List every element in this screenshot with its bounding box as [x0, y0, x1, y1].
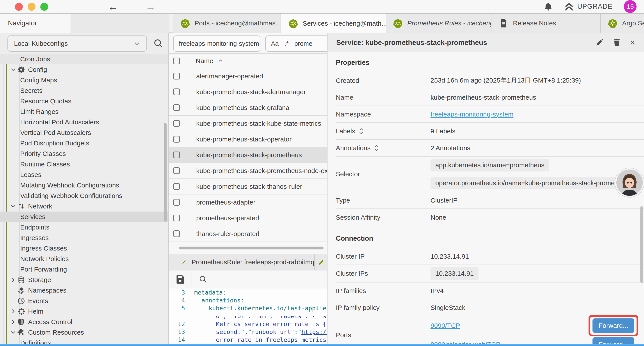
sidebar-item-leases[interactable]: Leases: [0, 169, 168, 180]
sidebar-item-runtime-classes[interactable]: Runtime Classes: [0, 159, 168, 169]
sidebar-item-definitions[interactable]: Definitions: [0, 338, 168, 344]
row-checkbox[interactable]: [173, 136, 180, 143]
sort-toggle-icon[interactable]: [358, 127, 364, 135]
minimize-window-button[interactable]: [28, 3, 36, 11]
editor-tab-prometheusrule[interactable]: PrometheusRule: freeleaps-prod-rabbitmq: [169, 254, 315, 270]
regex-toggle[interactable]: .*: [284, 40, 288, 47]
table-row-2[interactable]: kube-prometheus-stack-grafana: [169, 100, 327, 115]
chevron-down-icon[interactable]: [10, 329, 18, 336]
notification-count-badge[interactable]: 15: [624, 0, 636, 13]
table-row-0[interactable]: alertmanager-operated: [169, 68, 327, 84]
row-checkbox[interactable]: [173, 152, 180, 158]
editor-tab-partial[interactable]: [315, 254, 327, 270]
select-all-checkbox[interactable]: [173, 58, 180, 64]
table-row-8[interactable]: prometheus-adapter: [169, 194, 327, 210]
filter-value[interactable]: prome: [294, 40, 312, 47]
table-row-7[interactable]: kube-prometheus-stack-thanos-ruler: [169, 178, 327, 194]
row-checkbox[interactable]: [173, 199, 180, 206]
sidebar-item-priority-classes[interactable]: Priority Classes: [0, 148, 168, 159]
sidebar-item-secrets[interactable]: Secrets: [0, 85, 168, 96]
port-link[interactable]: 8080:reloader-web/TCP: [430, 341, 500, 344]
row-checkbox[interactable]: [173, 73, 180, 79]
sidebar-item-validating-webhook-configurations[interactable]: Validating Webhook Configurations: [0, 191, 168, 201]
chevron-right-icon[interactable]: [10, 277, 18, 283]
row-checkbox[interactable]: [173, 167, 180, 174]
chevron-right-icon[interactable]: [10, 308, 18, 315]
sidebar-item-config-maps[interactable]: Config Maps: [0, 75, 168, 85]
table-row-4[interactable]: kube-prometheus-stack-operator: [169, 131, 327, 147]
upgrade-button[interactable]: UPGRADE: [564, 2, 612, 11]
close-panel-icon[interactable]: ×: [630, 38, 635, 46]
back-icon[interactable]: ←: [108, 1, 118, 13]
sidebar-search-icon[interactable]: [153, 38, 164, 49]
document-tab-0[interactable]: Pods - icecheng@mathmas...: [173, 13, 281, 33]
sidebar-item-port-forwarding[interactable]: Port Forwarding: [0, 264, 168, 275]
sidebar-item-vertical-pod-autoscalers[interactable]: Vertical Pod Autoscalers: [0, 127, 168, 138]
table-row-3[interactable]: kube-prometheus-stack-kube-state-metrics: [169, 115, 327, 131]
delete-icon[interactable]: [613, 38, 620, 47]
user-avatar[interactable]: [615, 168, 644, 197]
sidebar-item-resource-quotas[interactable]: Resource Quotas: [0, 96, 168, 106]
row-checkbox[interactable]: [173, 215, 180, 221]
sidebar-item-cron-jobs[interactable]: Cron Jobs: [0, 54, 168, 64]
sidebar-item-limit-ranges[interactable]: Limit Ranges: [0, 106, 168, 117]
sidebar-item-services[interactable]: Services: [0, 212, 168, 222]
table-row-5[interactable]: kube-prometheus-stack-prometheus: [169, 147, 327, 163]
edit-icon[interactable]: [596, 38, 604, 46]
kubeconfig-selector[interactable]: Local Kubeconfigs: [8, 35, 147, 52]
namespace-selector[interactable]: freeleaps-monitoring-system: [173, 35, 260, 52]
sidebar-item-storage[interactable]: Storage: [0, 275, 168, 285]
forward-button[interactable]: Forward...: [592, 319, 634, 333]
horizontal-scrollbar[interactable]: [179, 247, 324, 249]
save-icon[interactable]: [175, 274, 185, 284]
sidebar-item-events[interactable]: Events: [0, 296, 168, 306]
sidebar-item-helm[interactable]: Helm: [0, 306, 168, 317]
sidebar-item-ingress-classes[interactable]: Ingress Classes: [0, 243, 168, 254]
table-row-1[interactable]: kube-prometheus-stack-alertmanager: [169, 84, 327, 100]
document-tab-1[interactable]: Services - icecheng@math...✕: [281, 13, 386, 33]
name-column-header[interactable]: Name: [196, 57, 213, 65]
editor-search-icon[interactable]: [198, 275, 207, 284]
sidebar-item-pod-disruption-budgets[interactable]: Pod Disruption Budgets: [0, 138, 168, 148]
document-tab-4[interactable]: Argo Se: [600, 13, 644, 33]
row-checkbox[interactable]: [173, 120, 180, 127]
table-row-6[interactable]: kube-prometheus-stack-prometheus-node-ex…: [169, 163, 327, 178]
sidebar-item-access-control[interactable]: Access Control: [0, 317, 168, 327]
row-checkbox[interactable]: [173, 230, 180, 237]
bell-icon[interactable]: [544, 2, 553, 11]
chevron-right-icon[interactable]: [10, 319, 18, 325]
row-checkbox[interactable]: [173, 104, 180, 111]
service-name: kube-prometheus-stack-operator: [196, 136, 292, 143]
sidebar-item-ingresses[interactable]: Ingresses: [0, 233, 168, 243]
sidebar-item-network[interactable]: Network: [0, 201, 168, 212]
sidebar-item-endpoints[interactable]: Endpoints: [0, 222, 168, 233]
close-window-button[interactable]: [15, 3, 23, 11]
tab-navigator[interactable]: Navigator: [0, 13, 70, 33]
sidebar-item-custom-resources[interactable]: Custom Resources: [0, 327, 168, 338]
maximize-window-button[interactable]: [40, 3, 48, 11]
sidebar-item-mutating-webhook-configurations[interactable]: Mutating Webhook Configurations: [0, 180, 168, 191]
match-case-toggle[interactable]: Aa: [271, 40, 278, 47]
sidebar-scrollbar[interactable]: [164, 123, 166, 222]
document-tab-3[interactable]: Release Notes: [492, 13, 600, 33]
chevron-down-icon[interactable]: [10, 203, 18, 209]
sort-ascending-icon[interactable]: [218, 58, 223, 64]
sort-toggle-icon[interactable]: [374, 144, 379, 152]
sidebar-item-namespaces[interactable]: Namespaces: [0, 285, 168, 296]
port-link[interactable]: 9090/TCP: [430, 322, 460, 329]
forward-button[interactable]: Forward...: [592, 337, 634, 344]
table-row-9[interactable]: prometheus-operated: [169, 210, 327, 226]
sidebar-item-horizontal-pod-autoscalers[interactable]: Horizontal Pod Autoscalers: [0, 117, 168, 127]
sidebar-item-network-policies[interactable]: Network Policies: [0, 254, 168, 264]
chevron-down-icon[interactable]: [10, 66, 18, 73]
row-checkbox[interactable]: [173, 88, 180, 95]
row-checkbox[interactable]: [173, 183, 180, 190]
sidebar-item-config[interactable]: Config: [0, 64, 168, 75]
table-row-10[interactable]: thanos-ruler-operated: [169, 226, 327, 242]
detail-scrollbar[interactable]: [640, 206, 643, 283]
forward-icon[interactable]: →: [146, 1, 156, 13]
yaml-editor[interactable]: 3metadata:4annotations:5kubectl.kubernet…: [169, 288, 327, 344]
filter-input[interactable]: Aa .* prome: [265, 35, 327, 52]
property-link[interactable]: freeleaps-monitoring-system: [430, 111, 513, 118]
document-tab-2[interactable]: Prometheus Rules - icecheng...: [386, 13, 492, 33]
